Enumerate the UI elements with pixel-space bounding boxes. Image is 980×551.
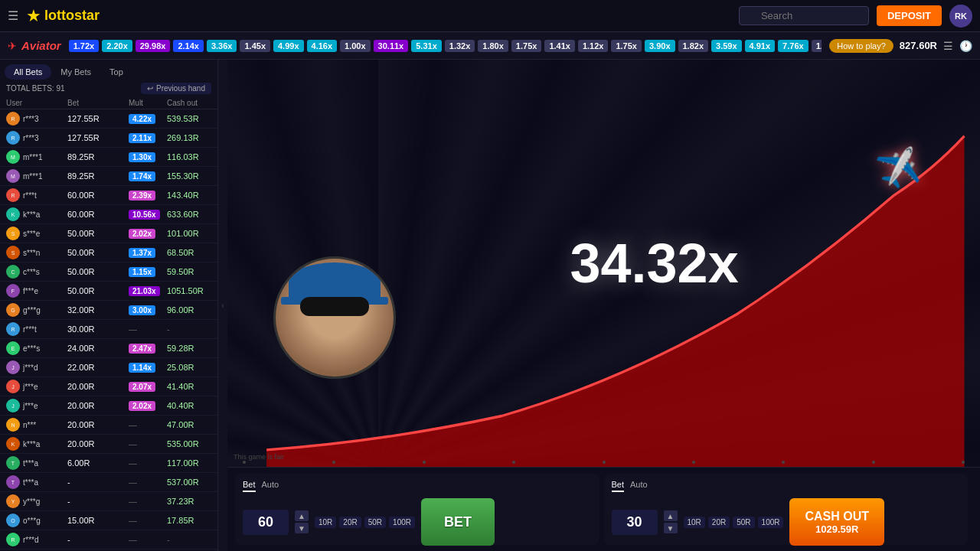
cashout-cell: 101.00R bbox=[167, 229, 217, 238]
bet-amount-cell: 127.55R bbox=[67, 114, 129, 123]
multiplier-badge[interactable]: 4.91x bbox=[745, 40, 776, 52]
table-row: K k***a 60.00R 10.56x 633.60R bbox=[0, 205, 217, 224]
quick-bet-button[interactable]: 20R bbox=[708, 517, 730, 528]
multiplier-badge[interactable]: 1.75x bbox=[611, 40, 642, 52]
search-input[interactable] bbox=[739, 6, 869, 25]
user-cell: J j***e bbox=[6, 380, 67, 393]
user-cell: G g***g bbox=[6, 303, 67, 317]
panel-tab-bet[interactable]: Bet bbox=[243, 478, 256, 492]
user-avatar: R bbox=[6, 112, 20, 126]
mult-cell: 2.07x bbox=[129, 382, 167, 391]
bets-tab-top[interactable]: Top bbox=[100, 64, 132, 80]
bet-amount-cell: 20.00R bbox=[67, 382, 129, 391]
multiplier-badge[interactable]: 1.41x bbox=[544, 40, 575, 52]
mult-cell: 1.30x bbox=[129, 152, 167, 161]
multiplier-badge[interactable]: 1.11x bbox=[812, 40, 822, 52]
user-name: s***n bbox=[23, 249, 40, 257]
user-cell: R r***3 bbox=[6, 131, 67, 145]
quick-bet-button[interactable]: 50R bbox=[733, 517, 754, 528]
multiplier-badge[interactable]: 2.14x bbox=[173, 40, 204, 52]
logo: ★ lottostar bbox=[26, 6, 100, 26]
panel-tab-auto[interactable]: Auto bbox=[262, 478, 279, 492]
multiplier-badge[interactable]: 1.82x bbox=[678, 40, 709, 52]
user-avatar: S bbox=[6, 246, 20, 259]
user-avatar: M bbox=[6, 169, 20, 183]
panel-tab-auto[interactable]: Auto bbox=[630, 478, 648, 492]
multiplier-badge[interactable]: 1.72x bbox=[69, 40, 100, 52]
bets-tab-all-bets[interactable]: All Bets bbox=[5, 64, 51, 80]
axis-dot bbox=[423, 461, 426, 464]
top-navigation: ☰ ★ lottostar 🔍 DEPOSIT RK bbox=[0, 0, 980, 32]
user-avatar: O bbox=[6, 514, 20, 527]
bet-button[interactable]: BET bbox=[421, 498, 495, 546]
user-avatar: M bbox=[6, 150, 20, 164]
bet-amount-cell: 60.00R bbox=[67, 191, 129, 200]
quick-bet-button[interactable]: 100R bbox=[758, 517, 784, 528]
multiplier-badge[interactable]: 1.00x bbox=[340, 40, 371, 52]
how-to-play-button[interactable]: How to play? bbox=[829, 39, 893, 53]
decrement-button-1[interactable]: ▼ bbox=[295, 523, 309, 533]
multiplier-badge[interactable]: 4.99x bbox=[273, 40, 304, 52]
previous-hand-button[interactable]: ↩ Previous hand bbox=[141, 83, 211, 94]
multiplier-badge[interactable]: 1.45x bbox=[240, 40, 270, 52]
mult-cell: 4.22x bbox=[129, 114, 167, 123]
bets-table-header: UserBetMultCash out bbox=[0, 97, 217, 109]
user-avatar: N bbox=[6, 418, 20, 432]
user-name: f***e bbox=[23, 287, 38, 295]
user-cell: M m***1 bbox=[6, 169, 67, 183]
mult-pill: 2.07x bbox=[129, 382, 155, 392]
multiplier-badge[interactable]: 29.98x bbox=[136, 40, 171, 52]
quick-bet-button[interactable]: 20R bbox=[339, 517, 361, 528]
multiplier-badge[interactable]: 5.31x bbox=[411, 40, 442, 52]
bottom-controls: BetAuto 60 ▲ ▼ 10R20R50R100R BET BetAuto… bbox=[227, 467, 980, 551]
aviator-title: Aviator bbox=[21, 39, 61, 52]
hamburger-icon[interactable]: ☰ bbox=[8, 8, 18, 23]
mult-cell: 21.03x bbox=[129, 286, 167, 295]
quick-bet-button[interactable]: 50R bbox=[364, 517, 386, 528]
mult-cell: 1.37x bbox=[129, 248, 167, 257]
multiplier-badge[interactable]: 1.32x bbox=[445, 40, 475, 52]
panel-tab-bet[interactable]: Bet bbox=[612, 478, 625, 492]
mult-empty: — bbox=[129, 458, 137, 468]
multiplier-strip: 1.72x2.20x29.98x2.14x3.36x1.45x4.99x4.16… bbox=[69, 40, 822, 52]
bets-tab-my-bets[interactable]: My Bets bbox=[51, 64, 100, 80]
mult-cell: — bbox=[129, 478, 167, 487]
multiplier-badge[interactable]: 1.80x bbox=[478, 40, 508, 52]
mult-cell: 1.14x bbox=[129, 363, 167, 372]
multiplier-badge[interactable]: 4.16x bbox=[307, 40, 338, 52]
user-cell: O o***g bbox=[6, 514, 67, 527]
multiplier-badge[interactable]: 3.36x bbox=[207, 40, 237, 52]
clock-icon[interactable]: 🕐 bbox=[959, 40, 972, 52]
game-header-right: How to play? 827.60R ☰ 🕐 bbox=[829, 39, 972, 53]
user-cell: J j***d bbox=[6, 360, 67, 374]
multiplier-badge[interactable]: 7.76x bbox=[778, 40, 808, 52]
avatar[interactable]: RK bbox=[949, 5, 972, 28]
user-name: j***e bbox=[23, 402, 38, 410]
webcam-face bbox=[276, 259, 394, 377]
increment-button-2[interactable]: ▲ bbox=[664, 510, 678, 521]
quick-bet-button[interactable]: 10R bbox=[684, 517, 705, 528]
bet-amount-cell: 50.00R bbox=[67, 267, 129, 276]
multiplier-badge[interactable]: 30.11x bbox=[374, 40, 409, 52]
multiplier-badge[interactable]: 3.59x bbox=[711, 40, 742, 52]
increment-button-1[interactable]: ▲ bbox=[295, 510, 309, 521]
multiplier-badge[interactable]: 1.75x bbox=[511, 40, 542, 52]
cashout-cell: 633.60R bbox=[167, 210, 217, 219]
decrement-button-2[interactable]: ▼ bbox=[664, 523, 678, 533]
deposit-button[interactable]: DEPOSIT bbox=[877, 5, 942, 26]
bets-header: TOTAL BETS: 91 ↩ Previous hand bbox=[0, 80, 217, 97]
user-avatar: R bbox=[6, 131, 20, 145]
bet-controls-1: 60 ▲ ▼ 10R20R50R100R BET bbox=[243, 498, 592, 546]
multiplier-badge[interactable]: 3.90x bbox=[645, 40, 675, 52]
multiplier-badge[interactable]: 1.12x bbox=[578, 40, 609, 52]
cashout-cell: 40.40R bbox=[167, 401, 217, 410]
settings-icon[interactable]: ☰ bbox=[943, 40, 953, 52]
multiplier-badge[interactable]: 2.20x bbox=[102, 40, 132, 52]
main-content: All BetsMy BetsTop TOTAL BETS: 91 ↩ Prev… bbox=[0, 60, 980, 551]
cashout-button[interactable]: CASH OUT 1029.59R bbox=[789, 498, 884, 546]
quick-bet-button[interactable]: 10R bbox=[315, 517, 336, 528]
user-name: r***t bbox=[23, 325, 37, 334]
panel-toggle[interactable]: ‹ bbox=[218, 60, 227, 551]
mult-cell: — bbox=[129, 497, 167, 506]
quick-bet-button[interactable]: 100R bbox=[389, 517, 415, 528]
